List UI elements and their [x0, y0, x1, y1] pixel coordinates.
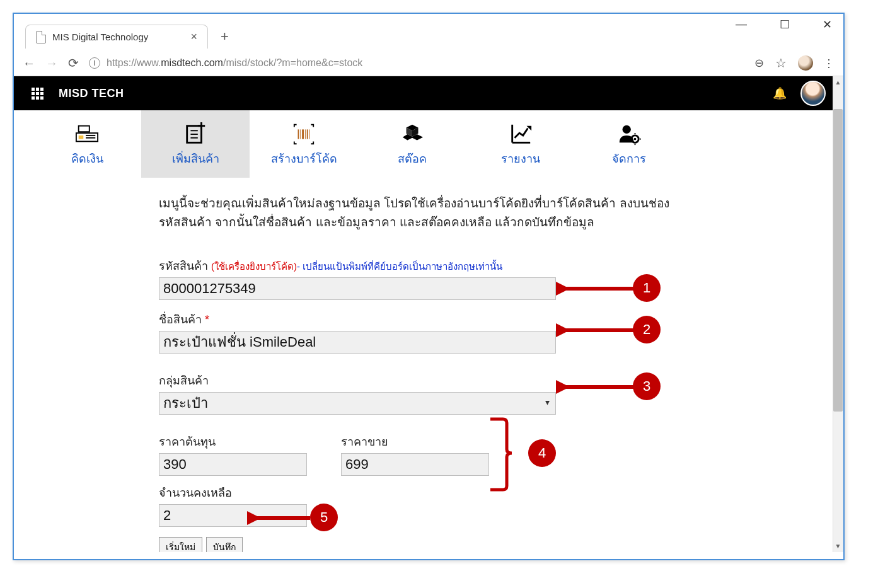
page-scroll[interactable]: MISD TECH 🔔 คิดเงิน เพิ่มสิน [14, 76, 843, 552]
reset-button[interactable]: เริ่มใหม่ [159, 537, 202, 552]
toolbar-right: ⊖ ☆ ⋯ [754, 55, 835, 71]
svg-point-25 [623, 125, 631, 134]
product-name-input[interactable] [159, 331, 556, 354]
close-window-button[interactable]: ✕ [816, 15, 838, 34]
scrollbar[interactable]: ▲ ▼ [833, 76, 843, 552]
viewport: MISD TECH 🔔 คิดเงิน เพิ่มสิน [14, 76, 843, 552]
svg-point-27 [634, 138, 637, 141]
quantity-label: จำนวนคงเหลือ [159, 483, 307, 502]
chart-icon [466, 119, 575, 149]
product-group-label: กลุ่มสินค้า [159, 371, 676, 389]
product-code-input[interactable] [159, 277, 556, 300]
minimize-button[interactable]: — [729, 15, 753, 34]
sale-price-input[interactable] [341, 453, 489, 476]
app-header: MISD TECH 🔔 [14, 76, 843, 110]
nav-manage[interactable]: จัดการ [575, 110, 683, 178]
nav-stock[interactable]: สต๊อค [358, 110, 466, 178]
forward-button[interactable]: → [45, 56, 58, 71]
user-gear-icon [575, 119, 683, 149]
url-field[interactable]: i https://www.misdtech.com/misd/stock/?m… [89, 57, 744, 69]
product-group-select[interactable] [159, 392, 556, 415]
svg-rect-14 [305, 129, 306, 139]
browser-tab[interactable]: MIS Digital Technology × [25, 25, 208, 49]
bell-icon[interactable]: 🔔 [773, 86, 787, 100]
svg-rect-13 [302, 129, 304, 139]
quantity-input[interactable] [159, 504, 307, 527]
site-info-icon[interactable]: i [89, 57, 100, 69]
svg-rect-16 [309, 129, 310, 139]
nav-pos[interactable]: คิดเงิน [33, 110, 141, 178]
nav-barcode[interactable]: สร้างบาร์โค้ด [250, 110, 358, 178]
maximize-button[interactable]: ☐ [773, 15, 796, 34]
barcode-icon [250, 119, 358, 149]
tab-strip: MIS Digital Technology × + [14, 23, 843, 50]
scroll-down-icon[interactable]: ▼ [833, 541, 843, 551]
apps-grid-icon[interactable] [32, 88, 43, 100]
main-nav: คิดเงิน เพิ่มสินค้า สร้างบาร์โค้ด [33, 110, 843, 178]
url-text: https://www.misdtech.com/misd/stock/?m=h… [107, 57, 362, 69]
tab-close-button[interactable]: × [190, 30, 197, 43]
cost-price-label: ราคาต้นทุน [159, 432, 307, 451]
save-button[interactable]: บันทึก [206, 537, 243, 552]
brand-title: MISD TECH [59, 87, 124, 100]
svg-rect-12 [300, 129, 301, 139]
bookmark-star-icon[interactable]: ☆ [775, 55, 787, 71]
zoom-icon[interactable]: ⊖ [754, 56, 764, 70]
reload-button[interactable]: ⟳ [68, 55, 79, 71]
svg-rect-2 [79, 135, 84, 139]
svg-rect-0 [79, 126, 90, 132]
cash-register-icon [33, 119, 141, 149]
profile-avatar-small[interactable] [798, 55, 813, 71]
back-button[interactable]: ← [23, 56, 35, 71]
kebab-menu-icon[interactable]: ⋯ [823, 58, 836, 68]
svg-rect-11 [298, 129, 299, 139]
address-bar: ← → ⟳ i https://www.misdtech.com/misd/st… [14, 50, 843, 76]
scroll-up-icon[interactable]: ▲ [833, 78, 843, 87]
nav-report[interactable]: รายงาน [466, 110, 575, 178]
user-avatar[interactable] [800, 81, 826, 106]
svg-rect-15 [307, 129, 308, 139]
nav-add-product[interactable]: เพิ่มสินค้า [141, 110, 250, 178]
boxes-icon [358, 119, 466, 149]
cost-price-input[interactable] [159, 453, 307, 476]
browser-window: — ☐ ✕ MIS Digital Technology × + ← → ⟳ i… [13, 13, 845, 560]
page-icon [36, 31, 46, 43]
add-document-icon [141, 119, 250, 149]
scrollbar-thumb[interactable] [833, 109, 843, 412]
product-code-label: รหัสสินค้า (ใช้เครื่องยิงบาร์โค้ด)- เปลี… [159, 257, 676, 275]
new-tab-button[interactable]: + [221, 28, 229, 45]
product-name-label: ชื่อสินค้า * [159, 310, 676, 328]
form-area: เมนูนี้จะช่วยคุณเพิ่มสินค้าใหม่ลงฐานข้อม… [14, 178, 676, 552]
sale-price-label: ราคาขาย [341, 432, 489, 451]
intro-text: เมนูนี้จะช่วยคุณเพิ่มสินค้าใหม่ลงฐานข้อม… [159, 194, 676, 233]
window-controls: — ☐ ✕ [729, 15, 838, 34]
tab-title: MIS Digital Technology [52, 32, 148, 42]
